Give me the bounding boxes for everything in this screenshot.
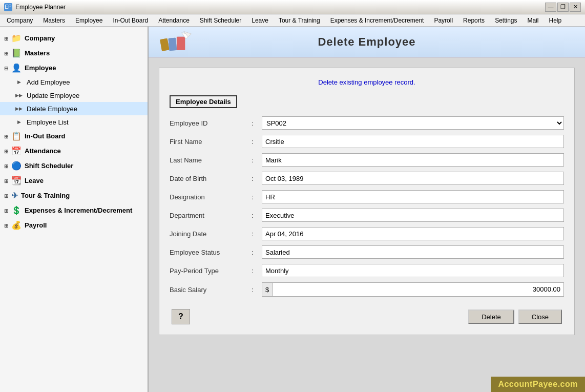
joining-date-input[interactable]	[262, 227, 564, 240]
menu-employee[interactable]: Employee	[71, 15, 107, 26]
menu-tour[interactable]: Tour & Training	[274, 15, 325, 26]
menu-attendance[interactable]: Attendance	[154, 15, 194, 26]
employee-status-label: Employee Status	[170, 249, 252, 256]
page-title: Delete Employee	[318, 35, 415, 49]
shift-expand-icon: ⊞	[4, 162, 8, 170]
employee-list-arrow-icon: ▶	[14, 117, 24, 127]
sidebar-item-shift[interactable]: ⊞ 🔵 Shift Scheduler	[0, 158, 148, 173]
last-name-input[interactable]	[262, 153, 564, 167]
pay-period-input[interactable]	[262, 264, 564, 277]
sidebar-item-employee-list[interactable]: ▶ Employee List	[0, 115, 148, 129]
menu-company[interactable]: Company	[2, 15, 37, 26]
action-buttons: Delete Close	[468, 310, 562, 324]
menu-inout[interactable]: In-Out Board	[108, 15, 153, 26]
employee-id-select[interactable]: SP002	[262, 116, 564, 130]
sidebar-item-expenses[interactable]: ⊞ 💲 Expenses & Increment/Decrement	[0, 203, 148, 218]
employee-details-section-header: Employee Details	[170, 95, 237, 108]
menu-bar: Company Masters Employee In-Out Board At…	[0, 14, 585, 27]
sidebar-item-leave[interactable]: ⊞ 📆 Leave	[0, 173, 148, 188]
sidebar-item-update-employee[interactable]: ▶▶ Update Employee	[0, 89, 148, 102]
first-name-input[interactable]	[262, 135, 564, 148]
update-employee-arrow-icon: ▶▶	[14, 91, 24, 100]
joining-date-label: Joining Date	[170, 230, 252, 238]
leave-expand-icon: ⊞	[4, 177, 8, 184]
basic-salary-row: Basic Salary : $	[170, 282, 564, 297]
designation-input[interactable]	[262, 190, 564, 203]
designation-label: Designation	[170, 193, 252, 201]
pay-period-colon: :	[252, 267, 262, 275]
window-controls: — ❐ ✕	[545, 3, 581, 12]
basic-salary-colon: :	[252, 286, 262, 294]
minimize-button[interactable]: —	[545, 3, 556, 12]
sidebar-label-add-employee: Add Employee	[27, 78, 70, 86]
svg-rect-5	[177, 36, 185, 50]
employee-id-label: Employee ID	[170, 119, 252, 127]
department-row: Department :	[170, 209, 564, 222]
sidebar-item-employee[interactable]: ⊟ 👤 Employee	[0, 60, 148, 75]
attendance-icon: 📅	[11, 146, 22, 156]
sidebar-label-shift: Shift Scheduler	[25, 162, 73, 170]
sidebar-label-leave: Leave	[25, 177, 44, 184]
form-container: Delete existing employee record. Employe…	[149, 57, 585, 392]
menu-leave[interactable]: Leave	[247, 15, 273, 26]
designation-row: Designation :	[170, 190, 564, 203]
sidebar-item-delete-employee[interactable]: ▶▶ Delete Employee	[0, 102, 148, 115]
watermark: AccountPayee.com	[491, 377, 585, 392]
sidebar-item-add-employee[interactable]: ▶ Add Employee	[0, 75, 148, 89]
menu-reports[interactable]: Reports	[458, 15, 489, 26]
delete-button[interactable]: Delete	[468, 310, 514, 324]
menu-mail[interactable]: Mail	[523, 15, 543, 26]
menu-shift[interactable]: Shift Scheduler	[195, 15, 246, 26]
leave-icon: 📆	[11, 176, 22, 185]
help-button[interactable]: ?	[172, 309, 190, 324]
close-button[interactable]: Close	[518, 310, 562, 324]
salary-input-wrapper: $	[262, 282, 564, 297]
last-name-colon: :	[252, 156, 262, 164]
sidebar-item-masters[interactable]: ⊞ 📗 Masters	[0, 46, 148, 60]
sidebar-label-update-employee: Update Employee	[27, 92, 79, 99]
sidebar-item-attendance[interactable]: ⊞ 📅 Attendance	[0, 143, 148, 158]
department-input[interactable]	[262, 209, 564, 222]
company-expand-icon: ⊞	[4, 34, 8, 42]
menu-expenses[interactable]: Expenses & Increment/Decrement	[326, 15, 429, 26]
masters-icon: 📗	[11, 48, 22, 58]
sidebar-label-attendance: Attendance	[25, 147, 61, 155]
menu-settings[interactable]: Settings	[490, 15, 521, 26]
content-area: Delete Employee Delete existing employee…	[149, 27, 585, 392]
employee-status-row: Employee Status :	[170, 245, 564, 259]
pay-period-row: Pay-Period Type :	[170, 264, 564, 277]
header-logo	[159, 30, 192, 54]
tour-icon: ✈	[11, 191, 18, 200]
menu-help[interactable]: Help	[545, 15, 567, 26]
svg-rect-3	[168, 37, 177, 51]
last-name-label: Last Name	[170, 156, 252, 164]
sidebar-label-employee: Employee	[25, 64, 56, 72]
close-button[interactable]: ✕	[570, 3, 581, 12]
menu-masters[interactable]: Masters	[38, 15, 70, 26]
payroll-expand-icon: ⊞	[4, 221, 8, 229]
maximize-button[interactable]: ❐	[557, 3, 569, 12]
attendance-expand-icon: ⊞	[4, 147, 8, 155]
dob-row: Date of Birth :	[170, 172, 564, 185]
sidebar-item-inout[interactable]: ⊞ 📋 In-Out Board	[0, 129, 148, 143]
employee-icon: 👤	[11, 63, 22, 73]
sidebar-item-tour[interactable]: ⊞ ✈ Tour & Training	[0, 188, 148, 203]
dob-input[interactable]	[262, 172, 564, 185]
basic-salary-input[interactable]	[273, 283, 563, 295]
joining-date-colon: :	[252, 230, 262, 238]
sidebar-item-company[interactable]: ⊞ 📁 Company	[0, 31, 148, 46]
department-label: Department	[170, 212, 252, 219]
company-icon: 📁	[11, 33, 22, 43]
first-name-label: First Name	[170, 138, 252, 146]
masters-expand-icon: ⊞	[4, 49, 8, 57]
sidebar-item-payroll[interactable]: ⊞ 💰 Payroll	[0, 218, 148, 233]
first-name-colon: :	[252, 138, 262, 146]
menu-payroll[interactable]: Payroll	[429, 15, 457, 26]
sidebar-label-expenses: Expenses & Increment/Decrement	[25, 207, 132, 214]
inout-expand-icon: ⊞	[4, 132, 8, 140]
employee-status-input[interactable]	[262, 245, 564, 259]
expenses-expand-icon: ⊞	[4, 207, 8, 214]
form-panel: Delete existing employee record. Employe…	[159, 68, 575, 335]
dob-colon: :	[252, 175, 262, 182]
svg-rect-1	[160, 38, 169, 51]
